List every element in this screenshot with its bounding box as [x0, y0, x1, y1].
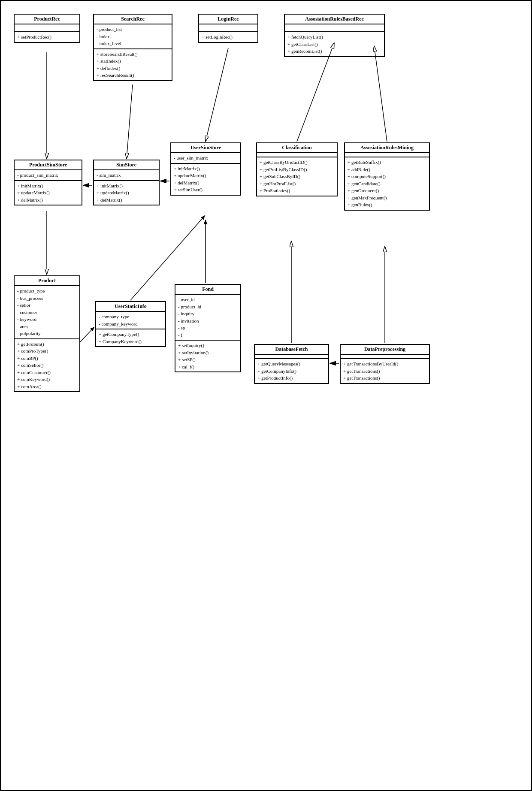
- class-name-AssosiationRulesBasedRec: AssosiationRulesBasedRec: [285, 15, 384, 24]
- class-methods-AssosiationRulesBasedRec: + fetchQueryList() + getClassList() + ge…: [285, 32, 384, 56]
- class-methods-DataPreprocessing: + getTransactionsByUserId() + getTransac…: [341, 359, 429, 383]
- class-name-Classification: Classification: [257, 143, 337, 153]
- class-methods-UserSimStore: + initMatrix() + updateMatrix() + delMat…: [171, 164, 240, 195]
- class-name-UserSimStore: UserSimStore: [171, 143, 240, 153]
- svg-line-4: [374, 46, 387, 142]
- class-name-Fond: Fond: [175, 285, 240, 295]
- class-DataPreprocessing: DataPreprocessing + getTransactionsByUse…: [340, 344, 430, 384]
- class-attrs-AssosiationRulesBasedRec: [285, 24, 384, 32]
- class-methods-ProductRec: + setProductRec(): [15, 32, 79, 42]
- class-attrs-DataPreprocessing: [341, 355, 429, 359]
- class-SimStore: SimStore - sim_matrix + initMatrix() + u…: [93, 160, 160, 205]
- class-methods-SimStore: + initMatrix() + updateMatrix() + delMat…: [94, 181, 159, 205]
- arrows-layer: [1, 1, 532, 791]
- class-name-DatabaseFetch: DatabaseFetch: [255, 345, 328, 355]
- class-AssosiationRulesBasedRec: AssosiationRulesBasedRec + fetchQueryLis…: [284, 14, 385, 57]
- class-name-ProductSimStore: ProductSimStore: [15, 160, 82, 170]
- class-methods-Classification: + getClassByOriductID() + getProListByCl…: [257, 157, 337, 196]
- class-attrs-Fond: - user_id - product_id - inquiry - invit…: [175, 295, 240, 341]
- class-AssosiationRulesMining: AssosiationRulesMining + getRuleSuffix()…: [344, 142, 430, 211]
- class-attrs-ProductSimStore: - product_sim_matrix: [15, 170, 82, 181]
- uml-diagram: ProductRec + setProductRec() SearchRec -…: [0, 0, 532, 791]
- class-UserStaticInfo: UserStaticInfo - company_type - company_…: [95, 301, 166, 347]
- class-attrs-UserStaticInfo: - company_type - company_keyword: [96, 312, 165, 329]
- class-name-ProductRec: ProductRec: [15, 15, 79, 24]
- class-name-Product: Product: [15, 276, 79, 286]
- class-methods-LoginRec: + setLoginRec(): [199, 32, 257, 42]
- svg-line-13: [80, 327, 94, 342]
- svg-line-3: [297, 43, 334, 142]
- class-methods-DatabaseFetch: + getQueryMessages() + getCompanyInfo() …: [255, 359, 328, 383]
- class-attrs-UserSimStore: - user_sim_matrix: [171, 153, 240, 164]
- class-name-AssosiationRulesMining: AssosiationRulesMining: [345, 143, 429, 153]
- class-attrs-LoginRec: [199, 24, 257, 32]
- class-attrs-SimStore: - sim_matrix: [94, 170, 159, 181]
- class-Fond: Fond - user_id - product_id - inquiry - …: [175, 284, 241, 372]
- class-attrs-Product: - product_type - bus_process - sellor - …: [15, 286, 79, 339]
- class-attrs-SearchRec: - product_list - index - index_level: [94, 24, 172, 49]
- class-methods-Product: + getProSim() + comProType() + comBP() +…: [15, 339, 79, 392]
- class-ProductSimStore: ProductSimStore - product_sim_matrix + i…: [14, 160, 82, 205]
- class-methods-Fond: + setInquiry() + setInvitation() + setSP…: [175, 341, 240, 371]
- class-attrs-AssosiationRulesMining: [345, 153, 429, 157]
- class-LoginRec: LoginRec + setLoginRec(): [198, 14, 258, 43]
- class-name-LoginRec: LoginRec: [199, 15, 257, 24]
- class-SearchRec: SearchRec - product_list - index - index…: [93, 14, 172, 81]
- class-name-DataPreprocessing: DataPreprocessing: [341, 345, 429, 355]
- class-attrs-Classification: [257, 153, 337, 157]
- class-DatabaseFetch: DatabaseFetch + getQueryMessages() + get…: [254, 344, 329, 384]
- class-methods-AssosiationRulesMining: + getRuleSuffix() + addRule() + computeS…: [345, 157, 429, 210]
- class-ProductRec: ProductRec + setProductRec(): [14, 14, 80, 43]
- class-name-SimStore: SimStore: [94, 160, 159, 170]
- class-methods-UserStaticInfo: + getCompanyType() + CompanyKeyword(): [96, 329, 165, 346]
- class-attrs-DatabaseFetch: [255, 355, 328, 359]
- class-name-SearchRec: SearchRec: [94, 15, 172, 24]
- class-methods-ProductSimStore: + initMatrix() + updateMatrix() + delMat…: [15, 181, 82, 205]
- svg-line-2: [206, 48, 228, 142]
- class-UserSimStore: UserSimStore - user_sim_matrix + initMat…: [170, 142, 241, 196]
- class-attrs-ProductRec: [15, 24, 79, 32]
- svg-line-1: [127, 85, 133, 159]
- class-name-UserStaticInfo: UserStaticInfo: [96, 302, 165, 312]
- class-methods-SearchRec: + storeSearchResult() + statIndex() + de…: [94, 49, 172, 80]
- class-Classification: Classification + getClassByOriductID() +…: [256, 142, 338, 196]
- class-Product: Product - product_type - bus_process - s…: [14, 275, 80, 392]
